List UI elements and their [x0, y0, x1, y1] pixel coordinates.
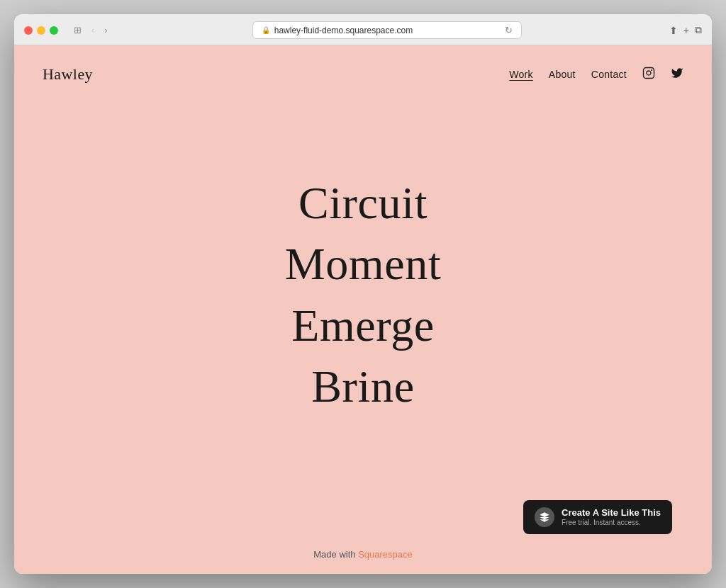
- maximize-button[interactable]: [50, 26, 58, 35]
- twitter-icon[interactable]: [671, 67, 683, 82]
- address-bar-container: 🔒 hawley-fluid-demo.squarespace.com ↻: [118, 21, 657, 39]
- svg-point-2: [652, 70, 652, 71]
- browser-controls: ⊞ ‹ ›: [71, 23, 111, 37]
- lock-icon: 🔒: [262, 26, 270, 34]
- project-emerge[interactable]: Emerge: [291, 295, 435, 356]
- browser-actions: ⬆ + ⧉: [669, 24, 702, 36]
- nav-contact[interactable]: Contact: [591, 69, 627, 80]
- refresh-icon[interactable]: ↻: [505, 25, 513, 35]
- site-footer: Made with Squarespace: [14, 535, 712, 574]
- url-text: hawley-fluid-demo.squarespace.com: [274, 26, 413, 35]
- project-moment[interactable]: Moment: [285, 234, 442, 295]
- nav-about[interactable]: About: [549, 69, 576, 80]
- footer-prefix: Made with: [313, 549, 358, 560]
- site-logo[interactable]: Hawley: [43, 65, 93, 84]
- squarespace-badge[interactable]: Create A Site Like This Free trial. Inst…: [523, 500, 672, 534]
- squarespace-link[interactable]: Squarespace: [358, 549, 413, 560]
- share-button[interactable]: ⬆: [669, 25, 678, 36]
- site-nav: Work About Contact: [509, 67, 683, 82]
- windows-button[interactable]: ⧉: [695, 24, 702, 36]
- traffic-lights: [24, 26, 58, 35]
- website-wrapper: Hawley Work About Contact: [14, 45, 712, 574]
- close-button[interactable]: [24, 26, 33, 35]
- badge-text: Create A Site Like This Free trial. Inst…: [562, 507, 661, 527]
- svg-rect-0: [644, 68, 654, 79]
- minimize-button[interactable]: [37, 26, 45, 35]
- browser-chrome: ⊞ ‹ › 🔒 hawley-fluid-demo.squarespace.co…: [14, 14, 712, 45]
- site-header: Hawley Work About Contact: [14, 45, 712, 98]
- address-bar[interactable]: 🔒 hawley-fluid-demo.squarespace.com ↻: [252, 21, 522, 39]
- site-main: Circuit Moment Emerge Brine: [14, 98, 712, 535]
- forward-button[interactable]: ›: [101, 23, 110, 37]
- back-button[interactable]: ‹: [89, 23, 97, 37]
- website-content: Hawley Work About Contact: [14, 45, 712, 574]
- window-toggle[interactable]: ⊞: [71, 23, 84, 37]
- svg-point-1: [647, 71, 651, 75]
- new-tab-button[interactable]: +: [683, 25, 689, 36]
- project-circuit[interactable]: Circuit: [298, 173, 428, 234]
- project-brine[interactable]: Brine: [311, 356, 414, 417]
- instagram-icon[interactable]: [642, 67, 655, 82]
- project-list: Circuit Moment Emerge Brine: [285, 173, 442, 418]
- nav-work[interactable]: Work: [509, 69, 533, 80]
- browser-window: ⊞ ‹ › 🔒 hawley-fluid-demo.squarespace.co…: [14, 14, 712, 574]
- badge-sub-text: Free trial. Instant access.: [562, 519, 661, 527]
- badge-main-text: Create A Site Like This: [562, 507, 661, 519]
- badge-icon: [535, 507, 554, 527]
